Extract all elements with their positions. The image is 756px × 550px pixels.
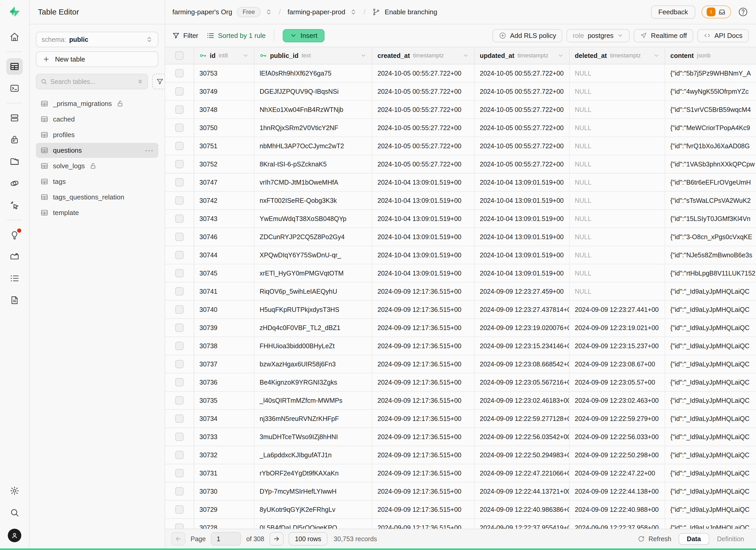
cell-deleted_at[interactable]: 2024-09-09 12:23:15.237+00 xyxy=(570,337,665,355)
cell-public_id[interactable]: 0L5BAfDaLDl5rQOiqeKPO xyxy=(254,519,372,529)
cell-id[interactable]: 30729 xyxy=(194,501,254,518)
cell-id[interactable]: 30744 xyxy=(194,246,254,264)
sidebar-filter-button[interactable] xyxy=(152,74,165,89)
cell-content[interactable]: {"id":"_Id9aLyJpMHQLaiQC xyxy=(665,446,756,464)
sidebar-table-tags_questions_relation[interactable]: tags_questions_relation xyxy=(36,190,158,205)
cell-updated_at[interactable]: 2024-10-04 13:09:01.519+00 xyxy=(475,228,570,246)
nav-database-icon[interactable] xyxy=(6,110,23,126)
cell-public_id[interactable]: RiqOV6p_5wihLeIAEQyhU xyxy=(254,283,372,300)
cell-public_id[interactable]: lEfA0sRh9hIXf62Y6ga75 xyxy=(254,64,372,82)
row-checkbox[interactable] xyxy=(175,487,184,495)
sidebar-table-tags[interactable]: tags xyxy=(36,174,158,189)
cell-deleted_at[interactable]: NULL xyxy=(570,192,665,209)
cell-public_id[interactable]: _l40sQIRTmMZfcm-MWMPs xyxy=(254,392,372,409)
nav-logs-icon[interactable] xyxy=(6,270,23,287)
sidebar-table-solve_logs[interactable]: solve_logs xyxy=(36,158,158,173)
cell-created_at[interactable]: 2024-10-04 13:09:01.519+00 xyxy=(372,210,475,227)
cell-content[interactable]: {"id":"sTsWaLCPsVA2WuK2 xyxy=(665,192,756,209)
cell-public_id[interactable]: H5uqFKpRUTPkjxdysT3HS xyxy=(254,301,372,318)
chevron-down-icon[interactable] xyxy=(653,52,659,59)
cell-public_id[interactable]: 3muDHTceTWso9IZj8hHNI xyxy=(254,428,372,446)
row-checkbox[interactable] xyxy=(175,214,184,223)
cell-deleted_at[interactable]: NULL xyxy=(570,119,665,137)
cell-created_at[interactable]: 2024-10-05 00:55:27.722+00 xyxy=(372,64,475,82)
cell-created_at[interactable]: 2024-09-09 12:17:36.515+00 xyxy=(372,392,475,409)
cell-created_at[interactable]: 2024-09-09 12:17:36.515+00 xyxy=(372,319,475,337)
row-checkbox[interactable] xyxy=(175,105,184,114)
cell-deleted_at[interactable]: NULL xyxy=(570,155,665,173)
cell-content[interactable]: {"id":"_Id9aLyJpMHQLaiQC xyxy=(665,319,756,337)
insert-button[interactable]: Insert xyxy=(283,29,325,42)
cell-created_at[interactable]: 2024-09-09 12:17:36.515+00 xyxy=(372,410,475,427)
cell-id[interactable]: 30739 xyxy=(194,319,254,337)
cell-public_id[interactable]: 8KraI-tSI-6-pSZcknaK5 xyxy=(254,155,372,173)
cell-deleted_at[interactable]: 2024-09-09 12:23:02.463+00 xyxy=(570,392,665,409)
cell-updated_at[interactable]: 2024-09-09 12:22:44.13721+00 xyxy=(475,482,570,500)
row-checkbox[interactable] xyxy=(175,178,184,186)
cell-created_at[interactable]: 2024-09-09 12:17:36.515+00 xyxy=(372,301,475,318)
cell-id[interactable]: 30747 xyxy=(194,173,254,191)
new-table-button[interactable]: New table xyxy=(36,51,158,67)
cell-content[interactable]: {"id":"_Id9aLyJpMHQLaiQC xyxy=(665,428,756,446)
user-avatar[interactable] xyxy=(8,529,21,542)
row-checkbox[interactable] xyxy=(175,469,184,477)
sidebar-table-template[interactable]: template xyxy=(36,205,158,220)
cell-content[interactable]: {"id":"_Id9aLyJpMHQLaiQC xyxy=(665,337,756,355)
cell-public_id[interactable]: Be4KignzoK9YRGNI3Zgks xyxy=(254,373,372,391)
cell-content[interactable]: {"id":"1VASb3phnXXkQPCpw xyxy=(665,155,756,173)
column-header-deleted_at[interactable]: deleted_attimestamptz xyxy=(570,47,665,64)
cell-updated_at[interactable]: 2024-09-09 12:22:50.294983+00 xyxy=(475,446,570,464)
page-number-input[interactable] xyxy=(211,532,241,546)
tab-data[interactable]: Data xyxy=(679,533,709,545)
cell-public_id[interactable]: bzwXazHgax6UIR58j6Fn3 xyxy=(254,355,372,373)
api-docs-button[interactable]: API Docs xyxy=(697,29,749,42)
row-checkbox[interactable] xyxy=(175,378,184,386)
role-select-button[interactable]: role postgres xyxy=(566,29,630,42)
cell-updated_at[interactable]: 2024-09-09 12:23:02.46183+00 xyxy=(475,392,570,409)
cell-updated_at[interactable]: 2024-09-09 12:22:56.03542+00 xyxy=(475,428,570,446)
cell-id[interactable]: 30737 xyxy=(194,355,254,373)
cell-deleted_at[interactable]: NULL xyxy=(570,83,665,100)
supabase-logo-icon[interactable] xyxy=(8,5,21,19)
cell-deleted_at[interactable]: 2024-09-09 12:22:50.298+00 xyxy=(570,446,665,464)
cell-deleted_at[interactable]: 2024-09-09 12:22:56.033+00 xyxy=(570,428,665,446)
cell-deleted_at[interactable]: 2024-09-09 12:22:40.988+00 xyxy=(570,501,665,518)
cell-content[interactable]: {"id":"_Id9aLyJpMHQLaiQC xyxy=(665,501,756,518)
cell-deleted_at[interactable]: NULL xyxy=(570,283,665,300)
cell-created_at[interactable]: 2024-09-09 12:17:36.515+00 xyxy=(372,446,475,464)
add-rls-policy-button[interactable]: Add RLS policy xyxy=(492,29,563,42)
chevron-down-icon[interactable] xyxy=(558,52,564,59)
cell-updated_at[interactable]: 2024-10-05 00:55:27.722+00 xyxy=(475,64,570,82)
cell-id[interactable]: 30743 xyxy=(194,210,254,227)
cell-content[interactable]: {"id":"_Id9aLyJpMHQLaiQC xyxy=(665,519,756,529)
tab-definition[interactable]: Definition xyxy=(711,534,750,544)
cell-public_id[interactable]: _La6pddxcKJIbgufATJ1n xyxy=(254,446,372,464)
cell-deleted_at[interactable]: 2024-09-09 12:22:44.138+00 xyxy=(570,482,665,500)
column-header-id[interactable]: idint8 xyxy=(194,47,254,64)
feedback-button[interactable]: Feedback xyxy=(651,5,695,19)
chevron-down-icon[interactable] xyxy=(360,52,367,59)
cell-updated_at[interactable]: 2024-10-04 13:09:01.519+00 xyxy=(475,173,570,191)
cell-deleted_at[interactable]: 2024-09-09 12:23:19.021+00 xyxy=(570,319,665,337)
cell-public_id[interactable]: DGEJfJZPQUV9Q-IBqsNSi xyxy=(254,83,372,100)
cell-content[interactable]: {"id":"3-O8cn_xPgs0cVxqKE xyxy=(665,228,756,246)
column-header-public_id[interactable]: public_idtext xyxy=(254,47,372,64)
cell-content[interactable]: {"id":"15LSIyT0JGMf3Kl4Vn xyxy=(665,210,756,227)
row-checkbox[interactable] xyxy=(175,251,184,259)
cell-id[interactable]: 30730 xyxy=(194,482,254,500)
cell-deleted_at[interactable]: 2024-09-09 12:22:37.958+00 xyxy=(570,519,665,529)
cell-created_at[interactable]: 2024-09-09 12:17:36.515+00 xyxy=(372,283,475,300)
cell-content[interactable]: {"id":"rtHbLpgB8V11LUK7152 xyxy=(665,264,756,282)
cell-updated_at[interactable]: 2024-09-09 12:23:08.668542+00 xyxy=(475,355,570,373)
row-checkbox[interactable] xyxy=(175,142,184,150)
cell-updated_at[interactable]: 2024-10-05 00:55:27.722+00 xyxy=(475,155,570,173)
cell-created_at[interactable]: 2024-10-05 00:55:27.722+00 xyxy=(372,101,475,118)
row-checkbox[interactable] xyxy=(175,524,184,529)
cell-public_id[interactable]: xrETl_HyGY0mPMGVqtOTM xyxy=(254,264,372,282)
cell-content[interactable]: {"id":"_Id9aLyJpMHQLaiQC xyxy=(665,482,756,500)
cell-id[interactable]: 30738 xyxy=(194,337,254,355)
cell-id[interactable]: 30742 xyxy=(194,192,254,209)
cell-content[interactable]: {"id":"_Id9aLyJpMHQLaiQC xyxy=(665,301,756,318)
cell-id[interactable]: 30731 xyxy=(194,464,254,482)
cell-created_at[interactable]: 2024-09-09 12:17:36.515+00 xyxy=(372,482,475,500)
